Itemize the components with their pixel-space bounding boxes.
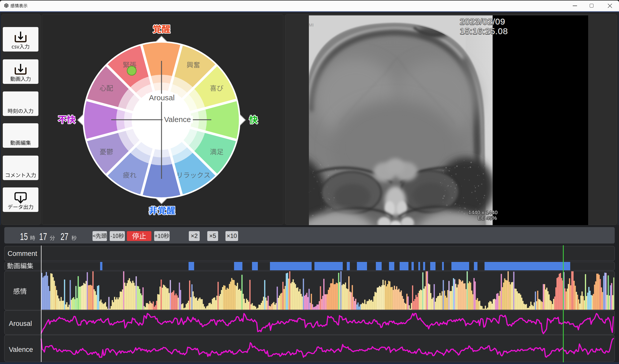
svg-text:15: 15 bbox=[20, 231, 28, 242]
svg-text:Arousal: Arousal bbox=[9, 320, 32, 327]
svg-text:×5: ×5 bbox=[209, 232, 216, 239]
svg-text:Arousal: Arousal bbox=[149, 93, 175, 102]
svg-text:Valence: Valence bbox=[9, 346, 33, 353]
svg-text:Valence: Valence bbox=[164, 115, 191, 124]
svg-text:17: 17 bbox=[39, 231, 47, 242]
svg-text:27: 27 bbox=[61, 231, 68, 242]
svg-text:×2: ×2 bbox=[191, 232, 198, 239]
svg-text:Comment: Comment bbox=[8, 250, 37, 257]
svg-text:×10: ×10 bbox=[227, 232, 237, 239]
